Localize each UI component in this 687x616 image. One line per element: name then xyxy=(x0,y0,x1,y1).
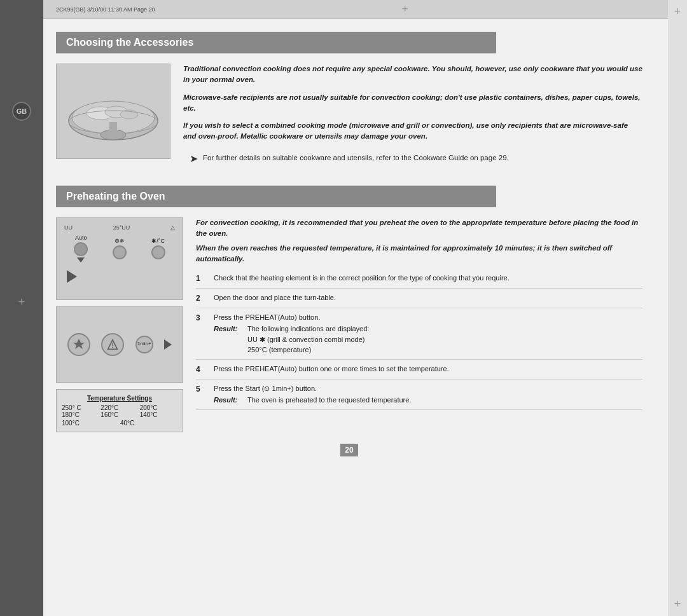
accessories-image xyxy=(56,64,170,159)
svg-point-10 xyxy=(112,346,113,348)
step-1-content: Check that the heating element is in the… xyxy=(214,273,642,284)
preheating-right: For convection cooking, it is recommende… xyxy=(196,217,642,432)
section-accessories: Choosing the Accessories xyxy=(56,32,642,186)
preheating-content: UU 25°UU △ Auto xyxy=(56,217,642,432)
circle-btn-2 xyxy=(101,333,124,356)
temp-table: Temperature Settings 250° C 220°C 200°C … xyxy=(56,389,183,432)
section-preheating-header: Preheating the Oven xyxy=(56,186,496,207)
numbered-steps: 1 Check that the heating element is in t… xyxy=(196,273,642,410)
knob-temp xyxy=(151,245,165,259)
step-1: 1 Check that the heating element is in t… xyxy=(196,273,642,289)
step-5-content: Press the Start (⊙ 1min+) button. Result… xyxy=(214,383,642,406)
accessories-content: Traditional convection cooking does not … xyxy=(56,64,642,167)
accessories-arrow-note: ➤ For further details on suitable cookwa… xyxy=(183,153,642,167)
oven-panel-1: UU 25°UU △ Auto xyxy=(56,217,183,300)
page-info: 2CK99(GB) 3/10/00 11:30 AM Page 20 xyxy=(56,6,155,13)
top-strip: 2CK99(GB) 3/10/00 11:30 AM Page 20 + xyxy=(43,0,668,19)
crosshair-right-top: + xyxy=(674,5,681,18)
left-sidebar: GB + xyxy=(0,0,43,616)
section-preheating: Preheating the Oven UU 25°UU △ xyxy=(56,186,642,432)
accessories-text: Traditional convection cooking does not … xyxy=(183,64,642,167)
oven-panel-top: UU 25°UU △ xyxy=(62,223,177,232)
knob-auto xyxy=(74,242,88,256)
step-2: 2 Open the door and place the turn-table… xyxy=(196,292,642,308)
play-button-2 xyxy=(164,339,172,350)
oven-panel-2: 1min+ xyxy=(56,306,183,383)
arrow-note-text: For further details on suitable cookware… xyxy=(203,153,509,167)
main-content: 2CK99(GB) 3/10/00 11:30 AM Page 20 + Cho… xyxy=(43,0,668,616)
gb-badge: GB xyxy=(12,102,31,121)
circle-btn-timer: 1min+ xyxy=(135,336,153,353)
step-5: 5 Press the Start (⊙ 1min+) button. Resu… xyxy=(196,383,642,410)
right-margin: + + xyxy=(668,0,687,616)
accessories-para1: Traditional convection cooking does not … xyxy=(183,64,642,86)
crosshair-left-mid: + xyxy=(18,296,25,309)
temp-table-header: Temperature Settings xyxy=(62,395,177,402)
page-content: Choosing the Accessories xyxy=(43,19,668,616)
crosshair-top: + xyxy=(402,3,409,16)
step-3-content: Press the PREHEAT(Auto) button. Result: … xyxy=(214,312,642,355)
accessories-para3: If you wish to select a combined cooking… xyxy=(183,120,642,142)
preheating-intro: For convection cooking, it is recommende… xyxy=(196,217,642,265)
step-4-content: Press the PREHEAT(Auto) button one or mo… xyxy=(214,364,642,375)
preheating-intro1: For convection cooking, it is recommende… xyxy=(196,217,642,240)
svg-rect-7 xyxy=(109,122,117,135)
temp-row-2: 180°C 160°C 140°C xyxy=(62,411,177,418)
section-accessories-header: Choosing the Accessories xyxy=(56,32,496,53)
oven-knobs-row1: Auto ⚙❄ ✱/°C xyxy=(62,235,177,263)
page-number: 20 xyxy=(340,444,358,456)
step-3: 3 Press the PREHEAT(Auto) button. Result… xyxy=(196,312,642,360)
preheating-left: UU 25°UU △ Auto xyxy=(56,217,183,432)
arrow-icon: ➤ xyxy=(190,151,198,167)
circle-btn-1 xyxy=(67,333,90,356)
temp-row-3: 100°C 40°C xyxy=(62,420,177,427)
play-button-1 xyxy=(67,270,77,283)
step-5-result: Result: The oven is preheated to the req… xyxy=(214,395,642,406)
knob-setting xyxy=(113,245,127,259)
step-3-result: Result: The following indications are di… xyxy=(214,324,642,355)
step-2-content: Open the door and place the turn-table. xyxy=(214,292,642,304)
preheating-intro2: When the oven reaches the requested temp… xyxy=(196,243,642,265)
crosshair-right-bottom: + xyxy=(674,598,681,611)
step-4: 4 Press the PREHEAT(Auto) button one or … xyxy=(196,364,642,380)
temp-row-1: 250° C 220°C 200°C xyxy=(62,404,177,411)
accessories-para2: Microwave-safe recipients are not usuall… xyxy=(183,92,642,114)
